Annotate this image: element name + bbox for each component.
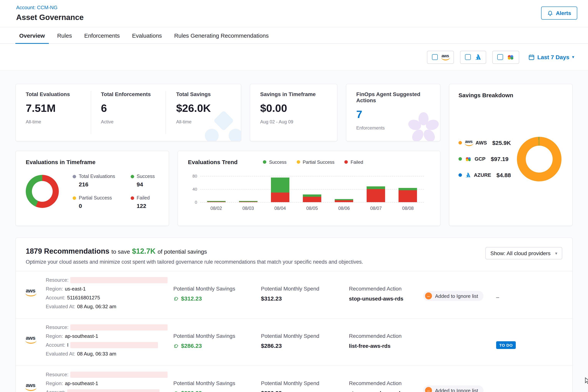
stat-sub: All-time	[176, 119, 231, 124]
account-value: 511616801275	[67, 295, 100, 301]
region-label: Region:	[46, 333, 63, 339]
chevron-down-icon: ▾	[555, 251, 557, 256]
aws-icon: aws	[442, 54, 449, 60]
partial-dot	[73, 196, 76, 200]
x-tick-label: 08/05	[306, 206, 318, 211]
action-column: Recommended Action stop-unused-aws-rds	[349, 372, 423, 392]
savings-value: $286.23	[181, 390, 202, 392]
bar-segment-failed	[367, 189, 385, 202]
card-title: Evaluations in Timeframe	[26, 159, 159, 165]
recommendation-row[interactable]: aws Resource: Region:us-east-1 Account:5…	[16, 271, 572, 318]
legend-total-evaluations: Total Evaluations 216	[73, 174, 115, 188]
column-label: Potential Monthly Spend	[261, 333, 349, 339]
trend-bars: 08/0208/0308/0408/0508/0608/0708/08	[200, 176, 424, 202]
legend-success: Success 94	[130, 174, 155, 188]
tab-rules[interactable]: Rules	[51, 27, 78, 44]
potential-savings-amount: $12.7K	[132, 247, 156, 255]
breakdown-legend-azure: AZURE $4.88	[458, 172, 511, 178]
redacted-resource	[70, 324, 168, 330]
provider-name: AWS	[476, 140, 487, 146]
azure-checkbox[interactable]	[465, 54, 471, 60]
spend-column: Potential Monthly Spend $312.23	[261, 277, 349, 302]
aws-dot	[458, 141, 462, 144]
trend-bar-08/07: 08/07	[367, 176, 385, 202]
page-header: Account: CCM-NG Asset Governance Alerts	[0, 0, 588, 27]
recommendation-row[interactable]: aws Resource: Region:ap-southeast-1 Acco…	[16, 366, 572, 392]
trailing-cell: –	[496, 372, 572, 392]
piggy-bank-icon	[173, 343, 179, 348]
column-label: Recommended Action	[349, 380, 423, 386]
filter-bar: aws Last 7 Days ▾	[0, 44, 588, 71]
bar-segment-failed	[303, 197, 321, 202]
x-tick-label: 08/08	[402, 206, 414, 211]
aws-icon: aws	[465, 140, 472, 146]
spend-value: $286.23	[261, 390, 349, 392]
legend-partial-success: Partial Success 0	[73, 195, 115, 209]
provider-filter-aws[interactable]: aws	[427, 50, 454, 64]
redacted-account	[70, 342, 158, 348]
stat-sub: Active	[101, 119, 156, 124]
savings-breakdown-card: Savings Breakdown aws AWS $25.9K GCP	[449, 84, 573, 226]
stat-value: 6	[101, 102, 156, 114]
gcp-checkbox[interactable]	[497, 54, 503, 60]
evaluated-label: Evaluated At:	[46, 351, 75, 357]
provider-filter-gcp[interactable]	[492, 50, 519, 64]
piggy-bank-icon	[173, 390, 179, 392]
trend-bar-08/03: 08/03	[239, 176, 257, 202]
failed-dot	[344, 160, 348, 164]
stat-sub: Aug 02 - Aug 09	[260, 119, 327, 124]
minus-icon: –	[425, 387, 432, 392]
spend-column: Potential Monthly Spend $286.23	[261, 324, 349, 349]
region-value: ap-southeast-1	[65, 333, 98, 339]
account-breadcrumb[interactable]: Account: CCM-NG	[16, 4, 58, 10]
ignore-status-chip[interactable]: –Added to Ignore list	[423, 291, 484, 301]
region-label: Region:	[46, 286, 63, 292]
action-value: stop-unused-aws-rds	[349, 296, 423, 302]
account-label: Account:	[46, 389, 65, 392]
alerts-button[interactable]: Alerts	[541, 6, 577, 20]
tab-overview[interactable]: Overview	[13, 27, 51, 44]
tab-rules-generating-recommendations[interactable]: Rules Generating Recommendations	[168, 27, 275, 44]
bar-segment-success	[399, 188, 417, 190]
region-label: Region:	[46, 380, 63, 386]
stat-total-enforcements: Total Enforcements 6 Active	[90, 91, 166, 134]
x-tick-label: 08/02	[210, 206, 222, 211]
action-column: Recommended Action list-free-aws-rds	[349, 324, 423, 349]
aws-checkbox[interactable]	[432, 54, 438, 60]
main-content: Total Evaluations 7.51M All-time Total E…	[0, 71, 588, 392]
provider-filter-azure[interactable]	[460, 50, 486, 64]
trend-bar-08/02: 08/02	[207, 176, 226, 202]
stat-value: $26.0K	[176, 102, 231, 114]
status-label: Added to Ignore list	[435, 293, 478, 299]
cloud-provider-select[interactable]: Show: All cloud providers ▾	[486, 247, 562, 260]
tab-enforcements[interactable]: Enforcements	[78, 27, 126, 44]
azure-dot	[458, 173, 462, 177]
aws-icon: aws	[26, 382, 35, 391]
bar-segment-failed	[207, 202, 226, 202]
finops-agent-card: FinOps Agent Suggested Actions 7 Enforce…	[346, 84, 440, 142]
date-range-selector[interactable]: Last 7 Days ▾	[528, 54, 574, 60]
stat-label: Savings in Timeframe	[260, 91, 327, 97]
recommendations-heading: 1879 Recommendations to save $12.7K of p…	[26, 247, 363, 256]
x-tick-label: 08/06	[338, 206, 350, 211]
stat-value: 7.51M	[26, 102, 80, 114]
column-label: Potential Monthly Spend	[261, 286, 349, 292]
alerts-label: Alerts	[556, 10, 571, 16]
y-axis: 80 40 0	[188, 176, 200, 202]
trend-legend-partial: Partial Success	[296, 159, 334, 165]
ignore-status-chip[interactable]: –Added to Ignore list	[423, 386, 484, 392]
savings-value: $286.23	[181, 342, 202, 349]
select-value: Show: All cloud providers	[490, 250, 550, 256]
aws-icon: aws	[26, 335, 35, 344]
stat-value: 7	[356, 108, 430, 121]
bar-segment-failed	[399, 190, 417, 202]
donut-hole	[526, 146, 553, 172]
legend-label: Total Evaluations	[79, 174, 115, 179]
column-label: Potential Monthly Savings	[173, 286, 261, 292]
trailing-cell: –	[496, 277, 572, 300]
calendar-icon	[528, 54, 534, 60]
account-label: Account:	[46, 295, 65, 301]
recommendation-row[interactable]: aws Resource: Region:ap-southeast-1 Acco…	[16, 318, 572, 366]
tab-evaluations[interactable]: Evaluations	[126, 27, 168, 44]
azure-icon	[475, 54, 481, 60]
